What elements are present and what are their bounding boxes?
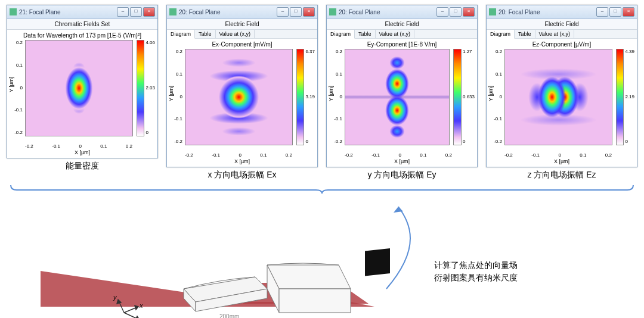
optical-path-diagram: 200mm 200mm ? x y z [5, 199, 639, 318]
plot-tabs: DiagramTableValue at (x,y) [487, 30, 637, 39]
titlebar: 20: Focal Plane – □ × [487, 5, 637, 19]
tab-2[interactable]: Value at (x,y) [376, 30, 414, 38]
window-title: 20: Focal Plane [339, 9, 436, 15]
panel-caption: 能量密度 [7, 161, 158, 172]
plot-window-3: 20: Focal Plane – □ × Electric Field Dia… [486, 5, 637, 167]
plot-title: Ex-Component [mV/m] [169, 41, 315, 48]
plot-window-1: 20: Focal Plane – □ × Electric Field Dia… [166, 5, 318, 167]
window-subtitle: Electric Field [327, 19, 477, 30]
maximize-button[interactable]: □ [450, 7, 462, 17]
window-subtitle: Electric Field [167, 19, 317, 30]
heatmap-plot [345, 49, 450, 145]
plot-title: Ey-Component [1E-8 V/m] [329, 41, 475, 48]
tab-0[interactable]: Diagram [327, 30, 355, 39]
tab-0[interactable]: Diagram [167, 30, 195, 39]
minimize-button[interactable]: – [436, 7, 448, 17]
maximize-button[interactable]: □ [290, 7, 302, 17]
plot-title: Ez-Component [µV/m] [489, 41, 634, 48]
window-subtitle: Chromatic Fields Set [7, 19, 157, 30]
minimize-button[interactable]: – [277, 7, 289, 17]
x-axis-label: X [µm] [10, 149, 155, 155]
colorbar [296, 49, 305, 145]
minimize-button[interactable]: – [596, 7, 608, 17]
window-title: 21: Focal Plane [19, 9, 117, 15]
y-axis-ticks: 0.20.10-0.1-0.2 [10, 40, 24, 135]
y-axis-ticks: 0.20.10-0.1-0.2 [169, 49, 184, 144]
x-axis-label: X [µm] [329, 158, 475, 164]
x-axis-ticks: -0.2-0.100.10.2 [185, 152, 292, 158]
app-icon [10, 8, 17, 15]
close-button[interactable]: × [303, 7, 315, 17]
tab-2[interactable]: Value at (x,y) [535, 30, 574, 38]
minimize-button[interactable]: – [117, 7, 129, 17]
app-icon [169, 8, 177, 15]
tab-1[interactable]: Table [515, 30, 535, 38]
heatmap-plot [185, 49, 293, 145]
x-axis-ticks: -0.2-0.100.10.2 [345, 152, 452, 158]
svg-rect-2 [365, 248, 390, 276]
panel-caption: x 方向电场振幅 Ex [166, 170, 318, 180]
maximize-button[interactable]: □ [609, 7, 621, 17]
app-icon [489, 8, 496, 15]
maximize-button[interactable]: □ [130, 7, 142, 17]
tab-2[interactable]: Value at (x,y) [216, 30, 255, 38]
heatmap-plot [25, 40, 133, 136]
window-title: 20: Focal Plane [499, 9, 596, 15]
colorbar [137, 40, 145, 136]
plot-window-2: 20: Focal Plane – □ × Electric Field Dia… [326, 5, 478, 167]
annotation-text: 计算了焦点处的向量场 衍射图案具有纳米尺度 [434, 259, 518, 284]
heatmap-plot [504, 49, 612, 145]
titlebar: 20: Focal Plane – □ × [167, 5, 317, 19]
question-mark: ? [374, 294, 381, 307]
plot-tabs: DiagramTableValue at (x,y) [327, 30, 477, 39]
colorbar [453, 49, 462, 145]
close-button[interactable]: × [623, 7, 634, 17]
colorbar-ticks: 4.06 2.03 0 [145, 40, 155, 135]
plot-title: Data for Wavelength of 173 pm [1E-5 (V/m… [10, 32, 155, 39]
mirror1-dim: 200mm [219, 313, 239, 318]
tab-1[interactable]: Table [195, 30, 216, 38]
plot-tabs: DiagramTableValue at (x,y) [167, 30, 317, 39]
x-axis-label: X [µm] [169, 158, 315, 164]
titlebar: 20: Focal Plane – □ × [327, 5, 477, 19]
window-title: 20: Focal Plane [179, 9, 277, 15]
tab-0[interactable]: Diagram [487, 30, 515, 39]
colorbar-ticks: 1.27 0.633 0 [463, 49, 475, 144]
x-axis-ticks: -0.2-0.100.10.2 [25, 144, 132, 149]
app-icon [329, 8, 336, 15]
tab-1[interactable]: Table [355, 30, 376, 38]
y-axis-ticks: 0.20.10-0.1-0.2 [489, 49, 503, 144]
colorbar-ticks: 6.37 3.19 0 [305, 49, 315, 144]
plot-window-0: 21: Focal Plane – □ × Chromatic Fields S… [7, 5, 158, 158]
window-subtitle: Electric Field [487, 19, 637, 30]
x-axis-label: X [µm] [489, 158, 634, 164]
x-axis-ticks: -0.2-0.100.10.2 [504, 152, 612, 158]
panel-caption: y 方向电场振幅 Ey [326, 170, 478, 180]
colorbar-ticks: 4.39 2.19 0 [625, 49, 634, 144]
close-button[interactable]: × [463, 7, 475, 17]
svg-marker-5 [135, 305, 138, 310]
close-button[interactable]: × [143, 7, 155, 17]
titlebar: 21: Focal Plane – □ × [7, 5, 157, 19]
svg-text:x: x [139, 302, 143, 309]
colorbar [616, 49, 624, 145]
panel-caption: z 方向电场振幅 Ez [486, 170, 637, 180]
y-axis-ticks: 0.20.10-0.1-0.2 [329, 49, 343, 144]
group-bracket [5, 184, 639, 194]
